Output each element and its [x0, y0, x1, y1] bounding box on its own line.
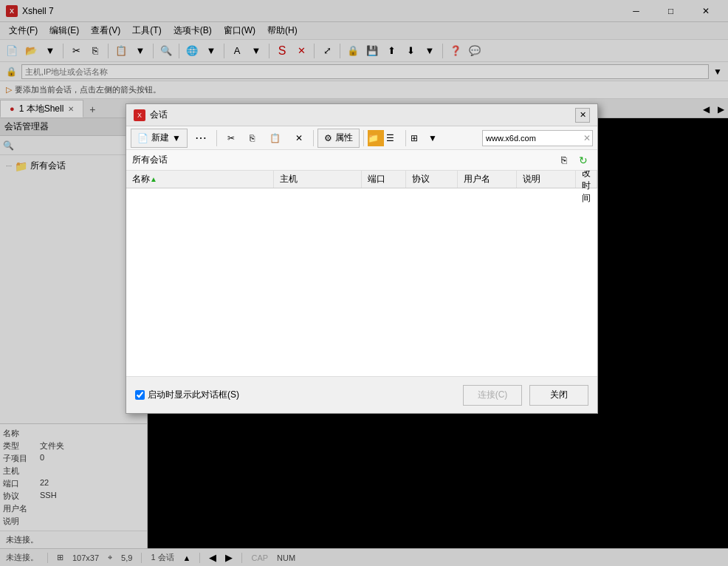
col-header-name[interactable]: 名称 ▲	[126, 171, 274, 188]
dialog-toolbar-sep-4	[405, 130, 406, 146]
session-dialog: X 会话 ✕ 📄 新建 ▼ ⋯ ✂ ⎘ 📋 ✕ ⚙ 属性 📁 ☰	[126, 103, 598, 414]
col-header-desc[interactable]: 说明	[517, 171, 576, 188]
dialog-toolbar-sep-2	[313, 130, 314, 146]
col-header-time[interactable]: 修改时间	[576, 171, 597, 188]
dialog-view-btn[interactable]: ⊞	[410, 130, 426, 146]
dialog-table-header: 名称 ▲ 主机 端口 协议 用户名	[126, 171, 597, 188]
dialog-list-btn[interactable]: ☰	[385, 130, 402, 146]
new-dropdown-icon: ▼	[172, 133, 181, 143]
startup-checkbox[interactable]	[135, 390, 145, 400]
col-header-port[interactable]: 端口	[362, 171, 406, 188]
dialog-toolbar-sep-1	[216, 130, 217, 146]
dialog-search-box[interactable]: ✕	[482, 130, 593, 146]
dialog-table: 名称 ▲ 主机 端口 协议 用户名	[126, 171, 597, 376]
startup-checkbox-label[interactable]: 启动时显示此对话框(S)	[148, 389, 239, 401]
dialog-connect-button[interactable]: 连接(C)	[463, 385, 522, 406]
dialog-new-button[interactable]: 📄 新建 ▼	[131, 129, 188, 148]
dialog-path-copy-btn[interactable]: ⎘	[556, 152, 572, 168]
dialog-paste-btn[interactable]: 📋	[263, 129, 287, 148]
dialog-search-clear-btn[interactable]: ✕	[583, 133, 591, 143]
dialog-close-button[interactable]: ✕	[575, 108, 590, 123]
dialog-delete-btn[interactable]: ✕	[289, 129, 309, 148]
properties-icon: ⚙	[324, 133, 332, 143]
dialog-table-body	[126, 188, 597, 373]
col-header-user[interactable]: 用户名	[458, 171, 517, 188]
dialog-checkbox-area: 启动时显示此对话框(S)	[135, 389, 456, 401]
dialog-copy-btn[interactable]: ⎘	[243, 129, 261, 148]
dialog-btn-2[interactable]: ⋯	[189, 129, 213, 148]
dialog-close-footer-button[interactable]: 关闭	[529, 385, 588, 406]
dialog-dropdown-btn[interactable]: ▼	[427, 130, 444, 146]
dialog-app-icon: X	[134, 109, 145, 121]
dialog-footer: 启动时显示此对话框(S) 连接(C) 关闭	[126, 376, 597, 413]
dialog-title: 会话	[150, 109, 571, 121]
dialog-folder-btn[interactable]: 📁	[368, 130, 384, 146]
col-header-protocol[interactable]: 协议	[406, 171, 458, 188]
dialog-properties-btn[interactable]: ⚙ 属性	[317, 129, 360, 148]
dialog-toolbar-sep-3	[363, 130, 364, 146]
sort-icon: ▲	[150, 175, 157, 183]
dialog-overlay: X 会话 ✕ 📄 新建 ▼ ⋯ ✂ ⎘ 📋 ✕ ⚙ 属性 📁 ☰	[0, 0, 728, 566]
dialog-path-text: 所有会话	[132, 154, 168, 166]
dialog-cut-btn[interactable]: ✂	[221, 129, 241, 148]
dialog-toolbar: 📄 新建 ▼ ⋯ ✂ ⎘ 📋 ✕ ⚙ 属性 📁 ☰ ⊞ ▼ ✕	[126, 126, 597, 150]
dialog-path-bar: 所有会话 ⎘ ↻	[126, 150, 597, 171]
dialog-title-bar: X 会话 ✕	[126, 104, 597, 126]
col-header-host[interactable]: 主机	[274, 171, 363, 188]
dialog-path-refresh-btn[interactable]: ↻	[575, 152, 591, 168]
new-icon: 📄	[137, 133, 148, 143]
dialog-content: 所有会话 ⎘ ↻ 名称 ▲ 主机 端口	[126, 150, 597, 376]
dialog-search-input[interactable]	[486, 134, 577, 143]
dialog-path-actions: ⎘ ↻	[556, 152, 591, 168]
